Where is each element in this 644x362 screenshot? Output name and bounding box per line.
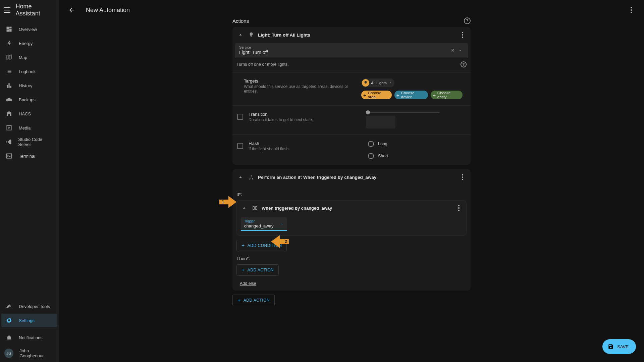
sidebar-item-devtools[interactable]: Developer Tools xyxy=(1,300,57,313)
plus-icon: + xyxy=(237,299,241,302)
lightbulb-icon xyxy=(362,79,369,87)
action-card-light-off: Light: Turn off All Lights Service Light… xyxy=(232,27,471,165)
trigger-id-icon xyxy=(252,205,258,211)
hammer-icon xyxy=(5,303,13,310)
lightbulb-icon xyxy=(248,32,255,38)
sidebar-item-energy[interactable]: Energy xyxy=(1,37,57,50)
nav-label: Settings xyxy=(19,318,35,323)
section-header: Actions ? xyxy=(232,17,471,24)
sidebar-item-notifications[interactable]: Notifications xyxy=(1,331,57,344)
inner-title: When triggered by changed_away xyxy=(262,206,332,211)
chart-icon xyxy=(5,82,13,89)
radio-label: Long xyxy=(378,142,387,146)
play-icon xyxy=(5,124,13,132)
terminal-icon xyxy=(5,152,13,160)
flash-short-radio[interactable]: Short xyxy=(368,153,388,159)
chip-label: Choose area xyxy=(368,91,388,99)
transition-checkbox[interactable] xyxy=(237,114,243,120)
chip-remove-button[interactable] xyxy=(389,81,392,85)
add-action-outer-button[interactable]: + ADD ACTION xyxy=(232,295,275,306)
card-header: Perform an action if: When triggered by … xyxy=(232,169,471,185)
dropdown-button[interactable] xyxy=(457,47,464,54)
button-label: ADD ACTION xyxy=(248,268,274,272)
nav-label: Logbook xyxy=(19,69,36,74)
svg-rect-0 xyxy=(253,207,255,210)
more-vert-icon xyxy=(631,7,632,13)
chevron-up-icon xyxy=(241,205,247,211)
sidebar-item-hacs[interactable]: HACS xyxy=(1,107,57,120)
nav-label: Map xyxy=(19,55,27,60)
service-select[interactable]: Service Light: Turn off xyxy=(235,43,468,57)
gear-icon xyxy=(5,317,13,324)
condition-card: When triggered by changed_away Trigger c… xyxy=(236,200,467,236)
service-label: Service xyxy=(239,45,449,49)
transition-value-input[interactable] xyxy=(366,116,395,128)
sidebar-item-logbook[interactable]: Logbook xyxy=(1,65,57,78)
card-more-button[interactable] xyxy=(459,173,467,181)
sidebar-item-backups[interactable]: Backups xyxy=(1,93,57,106)
help-icon[interactable]: ? xyxy=(464,17,471,24)
sidebar-item-user[interactable]: JG John Goughenour xyxy=(1,345,57,362)
add-action-inner-button[interactable]: + ADD ACTION xyxy=(236,264,279,276)
help-icon[interactable]: ? xyxy=(461,61,467,67)
chevron-down-icon xyxy=(458,48,463,53)
collapse-button[interactable] xyxy=(240,204,248,212)
inner-header: When triggered by changed_away xyxy=(237,201,466,215)
more-vert-icon xyxy=(458,205,460,211)
nav-label: Overview xyxy=(19,27,37,32)
card-title: Light: Turn off All Lights xyxy=(258,33,310,38)
nav-label: Energy xyxy=(19,41,33,46)
bolt-icon xyxy=(5,40,13,47)
inner-more-button[interactable] xyxy=(455,204,463,212)
sidebar-item-studio-code[interactable]: Studio Code Server xyxy=(1,135,57,149)
sidebar-item-map[interactable]: Map xyxy=(1,51,57,64)
sidebar: Home Assistant Overview Energy Map Logbo… xyxy=(0,0,59,362)
more-vert-icon xyxy=(462,174,463,180)
choose-area-chip[interactable]: +Choose area xyxy=(361,91,392,99)
plus-icon: + xyxy=(241,268,245,272)
sidebar-item-settings[interactable]: Settings xyxy=(1,314,57,327)
choose-entity-chip[interactable]: +Choose entity xyxy=(431,91,463,99)
transition-sub: Duration it takes to get to next state. xyxy=(249,117,366,122)
chip-label: All Lights xyxy=(371,81,387,85)
card-more-button[interactable] xyxy=(459,31,467,39)
chevron-up-icon xyxy=(237,32,244,38)
collapse-button[interactable] xyxy=(236,31,245,39)
button-label: ADD CONDITION xyxy=(248,243,282,248)
sidebar-nav: Overview Energy Map Logbook History Back… xyxy=(0,20,59,362)
trigger-select[interactable]: Trigger changed_away xyxy=(241,217,287,231)
clear-button[interactable] xyxy=(449,47,457,54)
transition-row: Transition Duration it takes to get to n… xyxy=(232,106,471,135)
sidebar-item-overview[interactable]: Overview xyxy=(1,22,57,36)
flash-long-radio[interactable]: Long xyxy=(368,141,388,147)
menu-icon[interactable] xyxy=(4,7,10,13)
choose-device-chip[interactable]: +Choose device xyxy=(394,91,428,99)
close-icon xyxy=(450,48,455,53)
save-icon xyxy=(608,344,614,350)
brand-title: Home Assistant xyxy=(16,3,55,17)
section-title: Actions xyxy=(232,18,249,24)
service-description: Turns off one or more lights. xyxy=(236,62,289,67)
action-card-choose: Perform an action if: When triggered by … xyxy=(232,169,471,291)
card-title: Perform an action if: When triggered by … xyxy=(258,175,376,180)
target-chip-all-lights[interactable]: All Lights xyxy=(361,79,394,87)
add-else-link[interactable]: Add else xyxy=(240,281,256,286)
sidebar-item-history[interactable]: History xyxy=(1,79,57,92)
transition-slider[interactable] xyxy=(366,112,440,113)
then-label: Then*: xyxy=(236,256,467,261)
flash-sub: If the light should flash. xyxy=(249,147,366,151)
targets-row: Targets What should this service use as … xyxy=(232,72,471,105)
button-label: ADD ACTION xyxy=(244,298,270,303)
save-button[interactable]: SAVE xyxy=(602,339,636,354)
targets-title: Targets xyxy=(244,79,361,84)
nav-label: Media xyxy=(19,125,31,131)
sidebar-item-terminal[interactable]: Terminal xyxy=(1,149,57,163)
collapse-button[interactable] xyxy=(236,173,245,181)
bell-icon xyxy=(5,334,13,341)
annotation-label: 1 xyxy=(222,199,224,204)
sidebar-item-media[interactable]: Media xyxy=(1,121,57,135)
flash-checkbox[interactable] xyxy=(237,143,243,149)
add-condition-button[interactable]: + ADD CONDITION xyxy=(236,240,287,251)
chevron-down-icon xyxy=(280,221,284,227)
more-vert-icon xyxy=(462,32,463,38)
